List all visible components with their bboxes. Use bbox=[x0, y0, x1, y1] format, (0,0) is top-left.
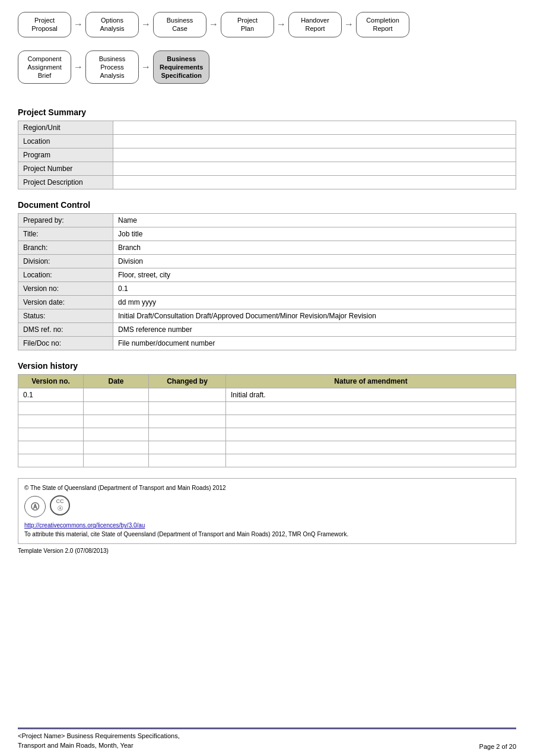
table-row: Title: Job title bbox=[18, 227, 516, 241]
field-value: Floor, street, city bbox=[113, 268, 516, 282]
flow1-arrow-4: → bbox=[276, 19, 286, 30]
table-row: Status: Initial Draft/Consultation Draft… bbox=[18, 309, 516, 323]
cc-link[interactable]: http://creativecommons.org/licences/by/3… bbox=[24, 521, 510, 530]
table-row bbox=[18, 454, 516, 467]
cell-changed-by bbox=[149, 402, 226, 415]
cell-date bbox=[84, 441, 149, 454]
flow2-step-business-process-analysis: BusinessProcessAnalysis bbox=[85, 50, 139, 84]
footer-line1: <Project Name> Business Requirements Spe… bbox=[18, 732, 180, 741]
flow1-step-project-plan: ProjectPlan bbox=[221, 12, 274, 37]
cell-version bbox=[18, 441, 84, 454]
cc-icon: Ⓐ bbox=[24, 496, 46, 517]
flow1-arrow-1: → bbox=[74, 19, 83, 30]
table-row: Project Number bbox=[18, 162, 516, 176]
flow1-step-business-case: BusinessCase bbox=[153, 12, 206, 37]
col-date: Date bbox=[84, 375, 149, 388]
version-history-table: Version no. Date Changed by Nature of am… bbox=[18, 374, 516, 467]
template-version: Template Version 2.0 (07/08/2013) bbox=[18, 548, 516, 554]
cc-logo-svg: CC Ⓐ bbox=[49, 495, 71, 516]
table-row: Division: Division bbox=[18, 255, 516, 268]
flow2-arrow-1: → bbox=[74, 62, 83, 72]
field-value: Job title bbox=[113, 227, 516, 241]
flow1-step-project-proposal: ProjectProposal bbox=[18, 12, 71, 37]
field-label: DMS ref. no: bbox=[18, 323, 113, 337]
table-row: Version no: 0.1 bbox=[18, 282, 516, 296]
cell-version bbox=[18, 428, 84, 441]
flow2-step-component-assignment-brief: ComponentAssignmentBrief bbox=[18, 50, 71, 84]
page-footer-right: Page 2 of 20 bbox=[479, 743, 516, 750]
cell-amendment bbox=[226, 415, 516, 428]
table-row bbox=[18, 441, 516, 454]
field-value bbox=[113, 121, 516, 135]
field-value: Name bbox=[113, 214, 516, 227]
attribution-text: To attribute this material, cite State o… bbox=[24, 530, 510, 539]
flow2-step-business-requirements-specification: BusinessRequirementsSpecification bbox=[153, 50, 209, 84]
table-row: Prepared by: Name bbox=[18, 214, 516, 227]
field-label: Title: bbox=[18, 227, 113, 241]
cell-date bbox=[84, 428, 149, 441]
flow1-step-completion-report: CompletionReport bbox=[356, 12, 409, 37]
page-footer-inner: <Project Name> Business Requirements Spe… bbox=[18, 727, 516, 750]
page-footer: <Project Name> Business Requirements Spe… bbox=[18, 704, 516, 750]
table-row: Region/Unit bbox=[18, 121, 516, 135]
project-summary-table: Region/Unit Location Program Project Num… bbox=[18, 121, 516, 189]
cell-changed-by bbox=[149, 415, 226, 428]
field-value: Initial Draft/Consultation Draft/Approve… bbox=[113, 309, 516, 323]
field-label: Prepared by: bbox=[18, 214, 113, 227]
cell-date bbox=[84, 402, 149, 415]
flow2-arrow-2: → bbox=[141, 62, 151, 72]
cell-amendment: Initial draft. bbox=[226, 388, 516, 402]
field-value: DMS reference number bbox=[113, 323, 516, 337]
table-row: Location: Floor, street, city bbox=[18, 268, 516, 282]
flow1-arrow-5: → bbox=[344, 19, 354, 30]
flow1-step-options-analysis: OptionsAnalysis bbox=[85, 12, 139, 37]
col-version-no: Version no. bbox=[18, 375, 84, 388]
field-value bbox=[113, 176, 516, 189]
cell-changed-by bbox=[149, 428, 226, 441]
flow1-arrow-3: → bbox=[209, 19, 218, 30]
document-control-heading: Document Control bbox=[18, 200, 516, 210]
flow2-row: ComponentAssignmentBrief → BusinessProce… bbox=[18, 50, 516, 84]
field-label: Location: bbox=[18, 268, 113, 282]
table-row bbox=[18, 428, 516, 441]
table-row: 0.1 Initial draft. bbox=[18, 388, 516, 402]
flow1-arrow-2: → bbox=[141, 19, 151, 30]
cell-date bbox=[84, 388, 149, 402]
cell-version bbox=[18, 454, 84, 467]
field-label: Version no: bbox=[18, 282, 113, 296]
table-row bbox=[18, 402, 516, 415]
table-row: File/Doc no: File number/document number bbox=[18, 337, 516, 350]
page: ProjectProposal → OptionsAnalysis → Busi… bbox=[0, 0, 534, 756]
project-summary-heading: Project Summary bbox=[18, 107, 516, 117]
field-value: Division bbox=[113, 255, 516, 268]
field-label: Status: bbox=[18, 309, 113, 323]
field-value bbox=[113, 148, 516, 162]
cell-changed-by bbox=[149, 388, 226, 402]
field-label: Region/Unit bbox=[18, 121, 113, 135]
cell-amendment bbox=[226, 402, 516, 415]
flow1-row: ProjectProposal → OptionsAnalysis → Busi… bbox=[18, 12, 516, 37]
field-label: Project Number bbox=[18, 162, 113, 176]
svg-text:CC: CC bbox=[56, 498, 64, 504]
field-label: File/Doc no: bbox=[18, 337, 113, 350]
field-label: Branch: bbox=[18, 241, 113, 255]
table-row: Program bbox=[18, 148, 516, 162]
cell-changed-by bbox=[149, 454, 226, 467]
field-value bbox=[113, 162, 516, 176]
cell-amendment bbox=[226, 441, 516, 454]
field-label: Division: bbox=[18, 255, 113, 268]
table-row: Version date: dd mm yyyy bbox=[18, 296, 516, 309]
copyright-text: © The State of Queensland (Department of… bbox=[24, 483, 510, 492]
field-label: Program bbox=[18, 148, 113, 162]
col-changed-by: Changed by bbox=[149, 375, 226, 388]
footer-box: © The State of Queensland (Department of… bbox=[18, 478, 516, 544]
field-value: File number/document number bbox=[113, 337, 516, 350]
svg-text:Ⓐ: Ⓐ bbox=[58, 505, 63, 511]
table-header-row: Version no. Date Changed by Nature of am… bbox=[18, 375, 516, 388]
field-label: Location bbox=[18, 135, 113, 148]
version-history-heading: Version history bbox=[18, 361, 516, 371]
col-nature-of-amendment: Nature of amendment bbox=[226, 375, 516, 388]
flow1-step-handover-report: HandoverReport bbox=[288, 12, 342, 37]
cell-version: 0.1 bbox=[18, 388, 84, 402]
cell-amendment bbox=[226, 428, 516, 441]
